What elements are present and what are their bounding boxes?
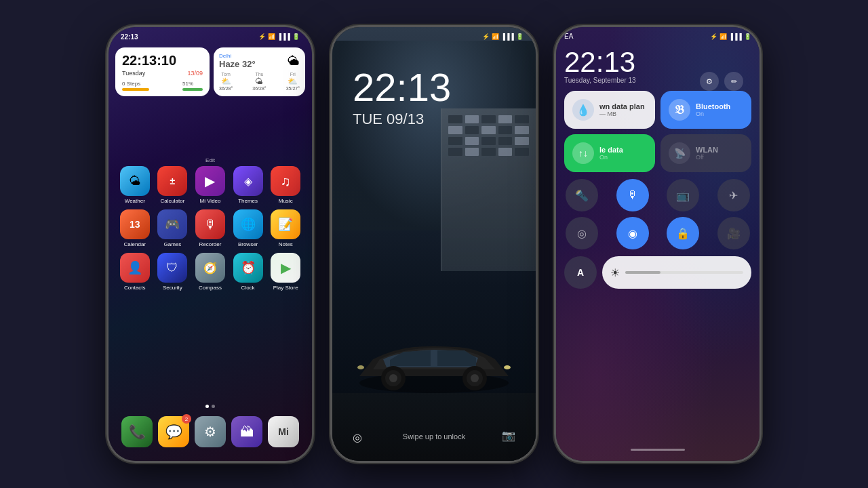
app-recorder[interactable]: 🎙 Recorder: [194, 209, 226, 247]
ctrl-tile-data-plan[interactable]: 💧 wn data plan — MB: [564, 91, 655, 129]
wifi-icon-3: 📶: [719, 33, 727, 40]
window: [448, 148, 462, 156]
recorder-app-label: Recorder: [199, 241, 222, 247]
app-games[interactable]: 🎮 Games: [157, 209, 189, 247]
app-compass[interactable]: 🧭 Compass: [194, 253, 226, 291]
music-app-icon: ♫: [271, 166, 300, 196]
ctrl-torch-btn[interactable]: 🔦: [566, 179, 598, 211]
brightness-track: [625, 271, 743, 274]
bluetooth-icon-1: ⚡: [258, 33, 266, 40]
battery-label: 51%: [182, 81, 203, 87]
day-date: Tuesday 13/09: [122, 70, 203, 77]
mobile-data-sub: On: [599, 154, 647, 161]
ctrl-settings-icon[interactable]: ⚙: [700, 72, 719, 91]
themes-app-label: Themes: [238, 198, 258, 204]
wlan-title: WLAN: [696, 146, 743, 154]
steps-area: 0 Steps: [122, 81, 149, 91]
wlan-icon: 📡: [669, 142, 690, 164]
ctrl-time-row: 22:13 Tuesday, September 13 ⚙ ✏: [564, 48, 751, 84]
app-browser[interactable]: 🌐 Browser: [232, 209, 264, 247]
app-notes[interactable]: 📝 Notes: [269, 209, 302, 247]
control-status-left: EA: [564, 33, 573, 40]
dock-gallery[interactable]: 🏔: [231, 416, 262, 447]
app-weather[interactable]: 🌤 Weather: [119, 166, 151, 204]
messages-badge: 2: [182, 414, 191, 424]
dock-phone-icon: 📞: [121, 416, 153, 447]
compass-app-label: Compass: [199, 285, 222, 291]
lock-big-time: 22:13: [353, 68, 451, 107]
dock-messages-wrapper: 💬 2: [158, 416, 189, 447]
control-home-bar: [631, 449, 685, 451]
phone3-controlcenter: EA ⚡ 📶 ▐▐▐ 🔋 22:13 Tuesday, September 13…: [556, 27, 760, 461]
road: [332, 393, 536, 461]
ctrl-text-a-btn[interactable]: A: [564, 256, 597, 289]
svg-point-8: [357, 365, 364, 369]
bluetooth-tile-title: Bluetooth: [696, 102, 743, 110]
battery-icon-2: 🔋: [516, 33, 524, 40]
ctrl-mic-btn[interactable]: 🎙: [616, 179, 649, 211]
dock-mi-icon: Mi: [268, 416, 299, 447]
ctrl-dnd-btn[interactable]: ◎: [566, 217, 598, 249]
ctrl-location-btn[interactable]: ◉: [616, 217, 649, 249]
window: [481, 148, 496, 156]
ctrl-tile-wlan[interactable]: 📡 WLAN Off: [660, 134, 751, 172]
app-playstore[interactable]: ▶ Play Store: [269, 253, 302, 291]
bluetooth-icon-2: ⚡: [482, 33, 490, 40]
app-security[interactable]: 🛡 Security: [157, 253, 189, 291]
data-plan-sub: — MB: [599, 110, 647, 117]
calculator-app-label: Calculator: [160, 198, 184, 204]
ctrl-edit-icon[interactable]: ✏: [724, 72, 743, 91]
window: [515, 115, 529, 123]
dock-phone[interactable]: 📞: [121, 416, 153, 447]
clock-app-icon: ⏰: [233, 253, 263, 283]
weather-condition: Haze 32°: [219, 59, 256, 69]
lock-home-icon[interactable]: ◎: [353, 431, 362, 444]
games-app-icon: 🎮: [157, 209, 187, 239]
playstore-app-label: Play Store: [273, 285, 298, 291]
window: [515, 126, 529, 134]
svg-point-6: [471, 374, 479, 382]
dock-mi[interactable]: Mi: [268, 416, 299, 447]
ctrl-lock-btn[interactable]: 🔒: [667, 217, 699, 249]
dock-settings[interactable]: ⚙: [195, 416, 226, 447]
weather-forecast: Tom ⛅ 36/28° Thu 🌤 36/28° Fri ⛅ 35/27°: [219, 72, 300, 91]
mivideo-app-icon: ▶: [195, 166, 225, 196]
security-app-icon: 🛡: [157, 253, 187, 283]
games-app-label: Games: [163, 241, 181, 247]
app-clock[interactable]: ⏰ Clock: [232, 253, 264, 291]
window: [481, 115, 496, 123]
ctrl-cast-btn[interactable]: 📺: [667, 179, 699, 211]
browser-app-icon: 🌐: [233, 209, 263, 239]
app-themes[interactable]: ◈ Themes: [232, 166, 264, 204]
battery-icon-1: 🔋: [292, 33, 300, 40]
signal-icon-2: ▐▐▐: [501, 33, 514, 40]
ctrl-video-btn[interactable]: 🎥: [717, 217, 750, 249]
app-contacts[interactable]: 👤 Contacts: [119, 253, 151, 291]
window: [465, 137, 479, 145]
app-music[interactable]: ♫ Music: [269, 166, 302, 204]
ctrl-airplane-btn[interactable]: ✈: [717, 179, 750, 211]
window: [498, 148, 513, 156]
mobile-data-title: le data: [599, 146, 647, 154]
date-label: 13/09: [187, 70, 203, 77]
edit-label: Edit: [205, 157, 215, 163]
phone1-homescreen: 22:13 ⚡ 📶 ▐▐▐ 🔋 22:13:10 Tuesday 13/09 0…: [108, 27, 312, 461]
compass-app-icon: 🧭: [195, 253, 225, 283]
clock-app-label: Clock: [241, 285, 255, 291]
control-status-bar: EA ⚡ 📶 ▐▐▐ 🔋: [564, 27, 751, 43]
ctrl-tile-bluetooth[interactable]: 𝔅 Bluetooth On: [660, 91, 751, 129]
app-calendar[interactable]: 13 Calendar: [119, 209, 151, 247]
dock: 📞 💬 2 ⚙ 🏔 Mi: [119, 416, 302, 447]
contacts-app-label: Contacts: [124, 285, 146, 291]
battery-icon-3: 🔋: [744, 33, 751, 40]
dock-messages[interactable]: 💬 2: [158, 416, 189, 447]
app-calculator[interactable]: ± Calculator: [157, 166, 189, 204]
bluetooth-tile-sub: On: [696, 110, 743, 117]
status-icons-2: ⚡ 📶 ▐▐▐ 🔋: [482, 33, 524, 40]
lock-camera-icon[interactable]: 📷: [502, 429, 515, 442]
status-icons-1: ⚡ 📶 ▐▐▐ 🔋: [258, 33, 300, 40]
app-mivideo[interactable]: ▶ Mi Video: [194, 166, 226, 204]
brightness-slider[interactable]: ☀: [602, 256, 751, 289]
svg-point-7: [504, 365, 511, 369]
ctrl-tile-mobile-data[interactable]: ↑↓ le data On: [564, 134, 655, 172]
